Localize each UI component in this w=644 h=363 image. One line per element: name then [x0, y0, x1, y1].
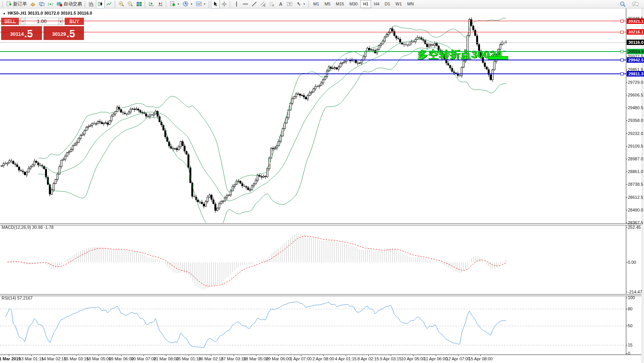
timeframe-mn-button[interactable]: MN [405, 0, 417, 8]
signals-button[interactable] [46, 0, 55, 8]
chart-shift-button[interactable] [156, 0, 165, 8]
new-order-button[interactable]: 新订单 [5, 0, 28, 8]
chevron-down-icon[interactable]: ▼ [203, 3, 206, 5]
new-order-label: 新订单 [13, 1, 27, 7]
auto-scroll-button[interactable] [147, 0, 156, 8]
buy-price-display[interactable]: 30129.5 [43, 26, 84, 40]
horizontal-line-button[interactable] [241, 0, 250, 8]
toolbar-grip[interactable] [308, 1, 309, 7]
crosshair-button[interactable] [220, 0, 229, 8]
toolbar-grip[interactable] [208, 1, 209, 7]
time-axis-label: 12 Apr 07:00 [446, 356, 470, 361]
crosshair-icon [221, 1, 227, 7]
price-axis-tick: 29358.0 [628, 118, 643, 123]
buy-price-frac: .5 [67, 29, 75, 39]
text-label-button[interactable]: T [285, 0, 294, 8]
arrows-icon [296, 1, 301, 7]
time-axis-label: 14 Mar 02:15 [41, 356, 66, 361]
bar-chart-button[interactable] [87, 0, 96, 8]
timeframe-m30-button[interactable]: M30 [347, 0, 360, 8]
current-price-line [0, 42, 626, 43]
timeframe-w1-button[interactable]: W1 [393, 0, 405, 8]
rsi-axis-tick: 50 [628, 323, 632, 328]
toolbar-grip[interactable] [2, 1, 3, 7]
horizontal-level-line-30216.1[interactable] [0, 32, 626, 32]
time-axis-label: 11 Mar 2019 [0, 356, 21, 361]
sell-price-display[interactable]: 30114.5 [1, 26, 42, 40]
channel-icon: E [260, 1, 266, 7]
fibonacci-icon: F [269, 1, 275, 7]
price-axis-tick: 28612.5 [628, 195, 643, 200]
chevron-down-icon[interactable]: ▼ [190, 3, 193, 5]
line-handle[interactable] [621, 72, 624, 75]
toolbar-grip[interactable] [166, 1, 167, 7]
text-label-icon: T [287, 1, 293, 7]
line-handle[interactable] [621, 50, 624, 53]
cursor-button[interactable] [211, 0, 220, 8]
vertical-line-icon [234, 1, 239, 7]
zoom-in-button[interactable] [117, 0, 126, 8]
horizontal-level-line-29811.3[interactable] [0, 73, 626, 74]
periods-button[interactable]: ▼ [181, 0, 194, 8]
rsi-indicator-label: RSI(14) 57.2167 [2, 296, 33, 300]
main-macd-separator[interactable] [0, 223, 641, 225]
chat-button[interactable] [631, 0, 641, 8]
tile-windows-icon [136, 1, 142, 7]
volume-input[interactable]: 1.00 [25, 18, 58, 25]
chevron-down-icon[interactable]: ▼ [303, 3, 306, 5]
panel-collapse-arrow[interactable]: ▲ [3, 12, 6, 15]
buy-button[interactable]: BUY [65, 18, 84, 25]
horizontal-level-line-29942.5[interactable] [0, 60, 626, 60]
chevron-down-icon[interactable]: ▼ [177, 3, 180, 5]
market-watch-button[interactable] [28, 0, 37, 8]
auto-scroll-icon [149, 1, 154, 7]
candlestick-chart-button[interactable] [96, 0, 105, 8]
timeframe-m15-button[interactable]: M15 [333, 0, 346, 8]
search-button[interactable] [618, 0, 627, 8]
timeframe-m1-button[interactable]: M1 [311, 0, 322, 8]
timeframe-h1-button[interactable]: H1 [360, 0, 371, 8]
horizontal-level-line-30321.1[interactable] [0, 21, 626, 21]
templates-button[interactable]: ▼ [194, 0, 207, 8]
toolbar-grip[interactable] [114, 1, 115, 7]
line-handle[interactable] [621, 31, 624, 34]
toolbar-grip[interactable] [229, 1, 231, 7]
bar-chart-icon [89, 1, 94, 7]
time-axis-label: 27 Mar 03:15 [221, 356, 246, 361]
timeframe-m5-button[interactable]: M5 [322, 0, 333, 8]
line-chart-button[interactable] [105, 0, 114, 8]
annotation-highlight-bar[interactable] [488, 56, 508, 60]
volume-increase-button[interactable]: ▲ [58, 18, 63, 25]
price-axis-tick: 29232.0 [628, 131, 643, 136]
new-chart-button[interactable]: ▼ [168, 0, 181, 8]
tile-windows-button[interactable] [135, 0, 144, 8]
zoom-in-icon [119, 1, 124, 7]
price-chart-canvas[interactable] [0, 8, 644, 363]
volume-decrease-button[interactable]: ▼ [20, 18, 25, 25]
chart-shift-icon [157, 1, 163, 7]
main-toolbar: 新订单自动交易▼▼▼EFAT▼M1M5M15M30H1H4D1W1MN [0, 0, 644, 8]
terminal-button[interactable] [37, 0, 46, 8]
time-axis-label: 9 Apr 03:15 [380, 356, 401, 361]
fibonacci-button[interactable]: F [268, 0, 276, 8]
line-handle[interactable] [621, 20, 624, 23]
time-axis-label: 8 Apr 02:15 [357, 356, 379, 361]
horizontal-level-line-30024.9[interactable] [0, 51, 626, 52]
line-handle[interactable] [621, 58, 624, 62]
timeframe-d1-button[interactable]: D1 [382, 0, 393, 8]
timeframe-h4-button[interactable]: H4 [371, 0, 382, 8]
equidistant-channel-button[interactable]: E [259, 0, 268, 8]
macd-rsi-separator[interactable] [0, 294, 641, 296]
autotrading-button[interactable]: 自动交易 [55, 0, 84, 8]
price-axis-tick: 29109.5 [628, 144, 643, 148]
trendline-button[interactable] [250, 0, 259, 8]
text-button[interactable]: A [276, 0, 285, 8]
sell-button[interactable]: SELL [1, 18, 19, 25]
svg-text:F: F [273, 4, 274, 7]
toolbar-grip[interactable] [144, 1, 146, 7]
toolbar-grip[interactable] [84, 1, 85, 7]
zoom-out-button[interactable] [126, 0, 135, 8]
arrows-button[interactable]: ▼ [294, 0, 307, 8]
sell-price-frac: .5 [24, 29, 33, 39]
vertical-line-button[interactable] [232, 0, 241, 8]
